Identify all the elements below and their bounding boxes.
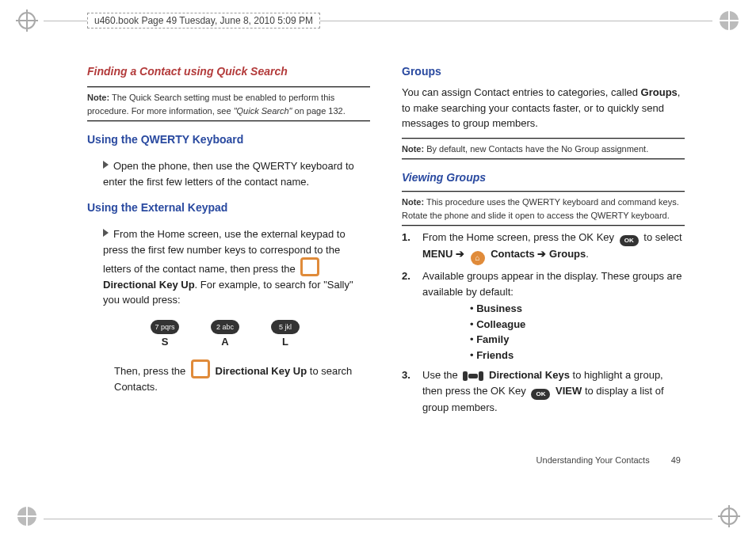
list-item: Family — [470, 332, 685, 348]
step-1: 1. From the Home screen, press the OK Ke… — [402, 230, 685, 265]
ext-step-2a: Then, press the — [114, 365, 189, 377]
step-2-text: Available groups appear in the display. … — [422, 270, 682, 298]
groups-intro-a: You can assign Contact entries to catego… — [402, 86, 641, 98]
step-2: 2. Available groups appear in the displa… — [402, 268, 685, 364]
heading-finding-contact: Finding a Contact using Quick Search — [87, 63, 370, 80]
note-label: Note: — [402, 197, 424, 207]
list-item: Colleague — [470, 317, 685, 333]
default-groups-list: Business Colleague Family Friends — [438, 301, 685, 363]
directional-key-up-label: Directional Key Up — [103, 279, 195, 291]
note-quick-search: Note: The Quick Search setting must be e… — [87, 91, 370, 117]
group-friends: Friends — [476, 349, 514, 361]
divider — [402, 138, 685, 139]
phone-key-2: 2 abc — [211, 320, 239, 334]
directional-key-icon — [300, 257, 319, 276]
page-tag: u460.book Page 49 Tuesday, June 8, 2010 … — [87, 13, 320, 29]
step-1b: to select — [641, 231, 682, 243]
directional-keys-icon — [463, 371, 483, 381]
group-business: Business — [476, 302, 522, 314]
note-label: Note: — [402, 144, 424, 154]
key-letter-l: L — [282, 336, 288, 348]
note-tail: on page 132. — [292, 106, 345, 116]
list-item: Business — [470, 301, 685, 317]
note-ref: "Quick Search" — [234, 106, 292, 116]
list-item: Friends — [470, 348, 685, 363]
right-column: Groups You can assign Contact entries to… — [402, 63, 685, 477]
keypad-example-row: 7 pqrs S 2 abc A 5 jkl L — [151, 318, 370, 350]
heading-using-qwerty: Using the QWERTY Keyboard — [87, 131, 370, 148]
groups-bold: Groups — [641, 86, 678, 98]
step-number: 3. — [402, 367, 416, 415]
key-letter-s: S — [162, 336, 169, 348]
ok-key-icon: OK — [620, 235, 639, 246]
contacts-label: Contacts — [491, 248, 535, 260]
page-footer: Understanding Your Contacts 49 — [536, 455, 681, 465]
ext-step-1: From the Home screen, use the external k… — [103, 226, 370, 308]
heading-groups: Groups — [402, 63, 685, 80]
step-3a: Use the — [422, 369, 460, 381]
note-procedure-qwerty: Note: This procedure uses the QWERTY key… — [402, 196, 685, 222]
menu-label: MENU — [422, 248, 452, 260]
footer-page-number: 49 — [671, 455, 681, 465]
group-colleague: Colleague — [476, 318, 525, 330]
groups-label: Groups — [549, 248, 586, 260]
bullet-arrow-icon — [103, 161, 109, 169]
groups-intro: You can assign Contact entries to catego… — [402, 85, 685, 131]
directional-keys-label: Directional Keys — [489, 369, 570, 381]
step-3: 3. Use the Directional Keys to highlight… — [402, 367, 685, 415]
view-label: VIEW — [556, 385, 582, 397]
crop-mark-top-left — [16, 10, 38, 35]
directional-key-up-label-2: Directional Key Up — [216, 365, 307, 377]
note-text: By default, new Contacts have the No Gro… — [424, 144, 648, 154]
phone-key-7: 7 pqrs — [151, 320, 179, 334]
footer-section: Understanding Your Contacts — [536, 455, 650, 465]
bullet-arrow-icon — [103, 229, 109, 237]
step-1a: From the Home screen, press the OK Key — [422, 231, 617, 243]
left-column: Finding a Contact using Quick Search Not… — [87, 63, 370, 477]
period: . — [586, 248, 589, 260]
heading-viewing-groups: Viewing Groups — [402, 169, 685, 186]
crop-mark-top-right — [718, 10, 740, 35]
qwerty-step: Open the phone, then use the QWERTY keyb… — [103, 158, 370, 189]
crop-mark-bottom-right — [718, 505, 740, 530]
heading-using-external: Using the External Keypad — [87, 200, 370, 216]
footer-rule — [44, 519, 712, 519]
divider — [402, 158, 685, 160]
qwerty-step-text: Open the phone, then use the QWERTY keyb… — [103, 160, 354, 188]
phone-key-5: 5 jkl — [271, 320, 300, 334]
divider — [87, 86, 370, 88]
ok-key-icon: OK — [531, 389, 550, 400]
ext-step-2: Then, press the Directional Key Up to se… — [114, 359, 370, 394]
divider — [402, 225, 685, 226]
note-no-group: Note: By default, new Contacts have the … — [402, 143, 685, 156]
note-label: Note: — [87, 93, 109, 102]
step-number: 1. — [402, 230, 416, 265]
contacts-nav-icon: ⌂ — [471, 251, 485, 265]
arrow-icon: ➔ — [456, 248, 464, 260]
arrow-icon: ➔ — [537, 248, 546, 260]
group-family: Family — [476, 333, 509, 345]
step-number: 2. — [402, 268, 416, 364]
key-letter-a: A — [221, 336, 228, 348]
divider — [87, 120, 370, 122]
note-text: This procedure uses the QWERTY keyboard … — [402, 197, 679, 220]
divider — [402, 191, 685, 192]
directional-key-icon — [191, 359, 210, 378]
crop-mark-bottom-left — [16, 505, 38, 530]
